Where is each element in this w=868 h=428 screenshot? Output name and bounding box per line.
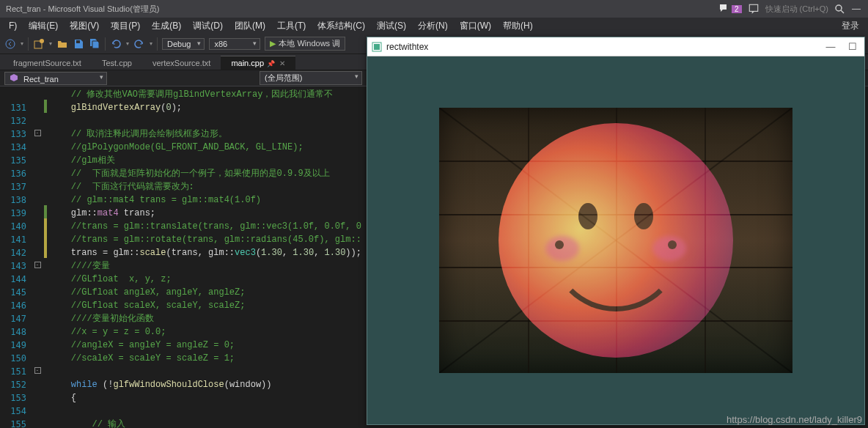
menu-item[interactable]: 团队(M)	[230, 18, 270, 34]
fold-toggle[interactable]: -	[34, 262, 41, 268]
nav-back-icon[interactable]	[4, 38, 16, 50]
smiley-face	[499, 123, 733, 358]
menu-item[interactable]: 调试(D)	[188, 18, 227, 34]
output-window-title: rectwithtex	[386, 42, 428, 52]
output-window-controls: — ☐	[823, 41, 860, 52]
menu-item[interactable]: 视图(V)	[65, 18, 103, 34]
notification-count-badge[interactable]: 2	[732, 5, 742, 13]
feedback-icon[interactable]	[748, 3, 760, 15]
menu-item[interactable]: F)	[4, 19, 21, 32]
notifications-flag-icon[interactable]	[718, 4, 729, 14]
file-tab[interactable]: vertexSource.txt	[142, 56, 221, 70]
window-title: Rect_tran - Microsoft Visual Studio(管理员)	[6, 4, 159, 15]
rendered-canvas	[439, 108, 792, 373]
scope-combo-right[interactable]: (全局范围)	[260, 71, 362, 85]
new-project-icon[interactable]	[33, 38, 45, 50]
menubar: F)编辑(E)视图(V)项目(P)生成(B)调试(D)团队(M)工具(T)体系结…	[0, 18, 868, 34]
login-link[interactable]: 登录	[837, 18, 864, 34]
minimize-button[interactable]: —	[850, 4, 862, 14]
redo-caret[interactable]: ▾	[150, 40, 152, 47]
run-label: 本地 Windows 调	[279, 38, 340, 49]
output-window-titlebar[interactable]: rectwithtex — ☐	[367, 37, 864, 56]
toolbar-separator	[28, 37, 29, 51]
menu-item[interactable]: 生成(B)	[147, 18, 185, 34]
window-controls: —	[850, 4, 862, 14]
new-project-caret[interactable]: ▾	[49, 40, 52, 47]
close-tab-icon[interactable]: ✕	[279, 59, 285, 67]
play-icon: ▶	[270, 39, 276, 48]
undo-caret[interactable]: ▾	[126, 40, 129, 47]
svg-point-1	[836, 5, 842, 11]
file-tab[interactable]: fragmentSource.txt	[3, 56, 92, 70]
maximize-button[interactable]: ☐	[845, 41, 860, 52]
file-tab[interactable]: Test.cpp	[92, 56, 142, 70]
menu-item[interactable]: 工具(T)	[273, 18, 310, 34]
menu-item[interactable]: 体系结构(C)	[313, 18, 369, 34]
menu-item[interactable]: 项目(P)	[106, 18, 144, 34]
watermark-text: https://blog.csdn.net/lady_killer9	[727, 414, 862, 425]
save-icon[interactable]	[73, 38, 84, 50]
svg-point-3	[6, 40, 15, 48]
nav-back-caret[interactable]: ▾	[21, 40, 23, 47]
file-tab[interactable]: main.cpp📌✕	[221, 56, 295, 70]
toolbar-separator	[157, 37, 158, 51]
redo-icon[interactable]	[133, 38, 145, 50]
search-icon[interactable]	[834, 4, 845, 14]
svg-line-2	[841, 10, 844, 13]
project-icon	[10, 73, 18, 82]
scope-combo-left[interactable]: Rect_tran	[4, 72, 107, 85]
svg-rect-0	[749, 4, 757, 11]
app-icon	[372, 42, 382, 52]
fold-toggle[interactable]: -	[34, 130, 41, 136]
toolbar-separator	[105, 37, 106, 51]
menu-item[interactable]: 帮助(H)	[499, 18, 537, 34]
menu-item[interactable]: 测试(S)	[372, 18, 411, 34]
output-window[interactable]: rectwithtex — ☐	[367, 37, 865, 425]
quick-launch-text[interactable]: 快速启动 (Ctrl+Q)	[765, 4, 828, 15]
menu-item[interactable]: 窗口(W)	[455, 18, 496, 34]
line-number-gutter: 1311321331341351361371381391401411421431…	[0, 86, 31, 428]
fold-gutter[interactable]: ---	[31, 86, 44, 428]
config-dropdown[interactable]: Debug	[162, 38, 205, 50]
menu-item[interactable]: 分析(N)	[413, 18, 452, 34]
output-window-content	[367, 56, 864, 424]
menu-item[interactable]: 编辑(E)	[24, 18, 62, 34]
svg-point-5	[40, 39, 44, 43]
minimize-button[interactable]: —	[823, 41, 838, 52]
run-button[interactable]: ▶ 本地 Windows 调	[265, 37, 345, 51]
svg-rect-6	[76, 40, 80, 43]
save-all-icon[interactable]	[89, 38, 100, 50]
pin-icon[interactable]: 📌	[267, 60, 275, 67]
fold-toggle[interactable]: -	[34, 367, 41, 374]
window-titlebar: Rect_tran - Microsoft Visual Studio(管理员)…	[0, 0, 868, 18]
platform-dropdown[interactable]: x86	[209, 38, 260, 50]
svg-rect-8	[374, 44, 380, 50]
undo-icon[interactable]	[110, 38, 122, 50]
open-file-icon[interactable]	[56, 38, 68, 50]
